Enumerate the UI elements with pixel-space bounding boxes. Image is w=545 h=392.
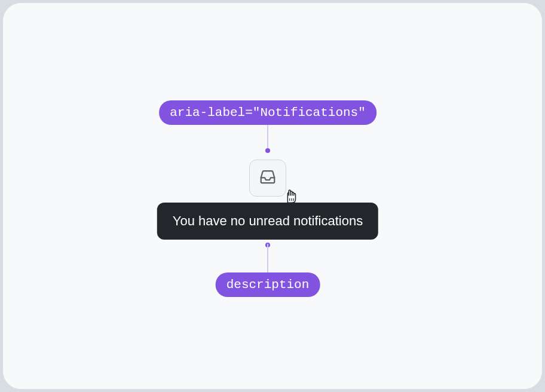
notifications-button[interactable] [249, 160, 286, 197]
pointer-cursor-icon [282, 186, 300, 204]
connector-line-bottom [267, 244, 268, 274]
connector-dot-top [265, 148, 270, 153]
aria-label-annotation-pill: aria-label="Notifications" [159, 100, 376, 125]
inbox-icon [259, 168, 277, 188]
description-annotation-pill: description [216, 272, 320, 297]
diagram-canvas: aria-label="Notifications" You have no u… [2, 2, 543, 390]
notifications-tooltip: You have no unread notifications [157, 203, 378, 240]
